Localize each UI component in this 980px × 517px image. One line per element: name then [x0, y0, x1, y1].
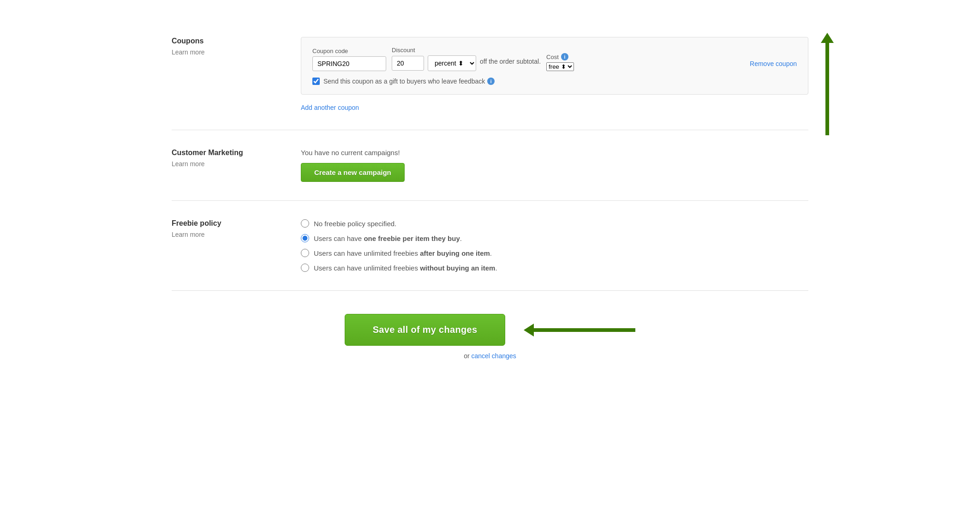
marketing-title: Customer Marketing: [172, 149, 287, 157]
freebie-option-none: No freebie policy specified.: [301, 219, 808, 228]
save-button[interactable]: Save all of my changes: [345, 314, 506, 346]
page-wrapper: Coupons Learn more Coupon code Discount: [144, 0, 836, 392]
freebie-option-unlimited-without: Users can have unlimited freebies withou…: [301, 264, 808, 272]
marketing-label-area: Customer Marketing Learn more: [172, 149, 301, 182]
customer-marketing-section: Customer Marketing Learn more You have n…: [172, 130, 808, 201]
cost-group: Cost i free ⬍ $0.10 $0.25: [546, 53, 574, 71]
freebie-content: No freebie policy specified. Users can h…: [301, 219, 808, 272]
freebie-unlimited-after-radio[interactable]: [301, 249, 309, 257]
freebie-unlimited-without-label[interactable]: Users can have unlimited freebies withou…: [314, 264, 497, 272]
cost-label-text: Cost: [546, 54, 559, 60]
save-row: Save all of my changes: [345, 314, 636, 346]
coupons-title: Coupons: [172, 37, 287, 45]
save-section: Save all of my changes or cancel changes: [172, 291, 808, 373]
freebie-one-label[interactable]: Users can have one freebie per item they…: [314, 234, 462, 242]
discount-group: Discount percent ⬍ fixed off the order s…: [392, 47, 541, 71]
arrow-up-shaft: [825, 43, 829, 135]
freebie-one-radio[interactable]: [301, 234, 309, 242]
arrow-left-shaft: [534, 328, 635, 332]
freebie-label-area: Freebie policy Learn more: [172, 219, 301, 272]
freebie-unlimited-without-radio[interactable]: [301, 264, 309, 272]
off-text: off the order subtotal.: [480, 58, 541, 69]
no-campaigns-text: You have no current campaigns!: [301, 149, 808, 156]
arrow-left-head: [524, 324, 534, 337]
coupons-label-area: Coupons Learn more: [172, 37, 301, 111]
coupon-header-row: Coupon code Discount percent ⬍ fixed: [312, 47, 797, 71]
discount-value-input[interactable]: [392, 56, 424, 71]
gift-checkbox[interactable]: [312, 78, 320, 85]
cost-label-row: Cost i: [546, 53, 574, 60]
freebie-radio-group: No freebie policy specified. Users can h…: [301, 219, 808, 272]
discount-type-select[interactable]: percent ⬍ fixed: [428, 55, 476, 71]
cost-select[interactable]: free ⬍ $0.10 $0.25: [546, 62, 574, 71]
freebie-none-radio[interactable]: [301, 219, 309, 228]
discount-row: percent ⬍ fixed off the order subtotal.: [392, 55, 541, 71]
create-campaign-button[interactable]: Create a new campaign: [301, 163, 405, 182]
add-coupon-link[interactable]: Add another coupon: [301, 104, 359, 111]
gift-checkbox-row: Send this coupon as a gift to buyers who…: [312, 78, 797, 85]
freebie-policy-section: Freebie policy Learn more No freebie pol…: [172, 201, 808, 290]
freebie-unlimited-after-label[interactable]: Users can have unlimited freebies after …: [314, 249, 492, 257]
arrow-up-head: [821, 33, 834, 43]
marketing-learn-more[interactable]: Learn more: [172, 160, 205, 168]
coupon-box: Coupon code Discount percent ⬍ fixed: [301, 37, 808, 95]
discount-label: Discount: [392, 47, 541, 54]
cancel-row: or cancel changes: [464, 352, 516, 360]
cancel-link[interactable]: cancel changes: [472, 352, 516, 360]
coupon-fields-area: Coupon code Discount percent ⬍ fixed: [312, 47, 797, 85]
freebie-option-unlimited-after: Users can have unlimited freebies after …: [301, 249, 808, 257]
remove-coupon-link[interactable]: Remove coupon: [750, 60, 797, 71]
freebie-option-one-per-item: Users can have one freebie per item they…: [301, 234, 808, 242]
coupon-row-with-arrow: Coupon code Discount percent ⬍ fixed: [312, 47, 797, 85]
vertical-arrow-annotation: [821, 33, 834, 135]
coupons-section: Coupons Learn more Coupon code Discount: [172, 18, 808, 130]
cancel-or-text: or: [464, 352, 469, 360]
gift-label[interactable]: Send this coupon as a gift to buyers who…: [323, 78, 495, 85]
horizontal-arrow-annotation: [524, 324, 635, 337]
coupons-content: Coupon code Discount percent ⬍ fixed: [301, 37, 808, 111]
cost-info-icon[interactable]: i: [561, 53, 568, 60]
gift-info-icon[interactable]: i: [487, 78, 495, 85]
freebie-learn-more[interactable]: Learn more: [172, 231, 205, 238]
coupon-code-label: Coupon code: [312, 48, 386, 54]
marketing-content: You have no current campaigns! Create a …: [301, 149, 808, 182]
coupon-code-group: Coupon code: [312, 48, 386, 71]
freebie-title: Freebie policy: [172, 219, 287, 228]
coupons-learn-more[interactable]: Learn more: [172, 48, 205, 56]
freebie-none-label[interactable]: No freebie policy specified.: [314, 220, 396, 228]
coupon-code-input[interactable]: [312, 56, 386, 71]
